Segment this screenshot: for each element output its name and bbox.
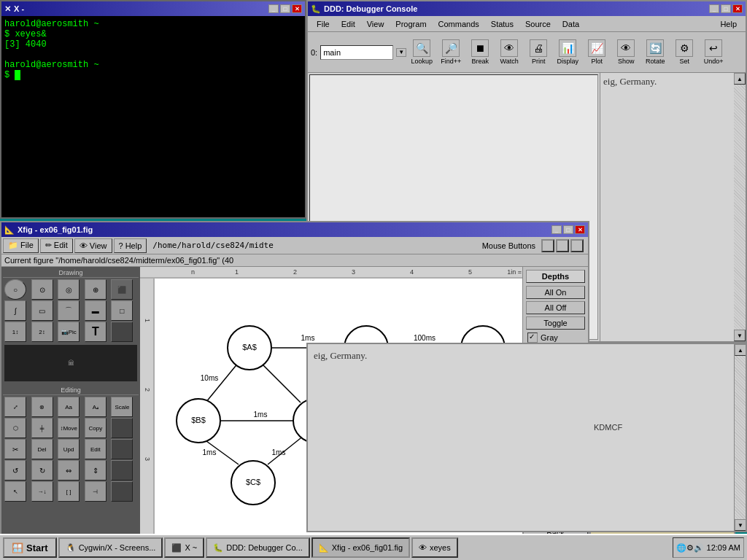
- ddd-menu-program[interactable]: Program: [390, 18, 432, 30]
- ddd-btn-lookup[interactable]: 🔍 Lookup: [408, 38, 436, 66]
- ddd-menu-help[interactable]: Help: [714, 18, 743, 30]
- terminal-window: ✕ X - _ □ ✕ harold@aerosmith ~ $ xeyes& …: [0, 0, 306, 219]
- ddd-btn-show[interactable]: 👁 Show: [612, 38, 640, 66]
- ddd-btn-print[interactable]: 🖨 Print: [525, 38, 552, 66]
- tool-rotate-cw[interactable]: ↻: [31, 460, 53, 481]
- tool-measure[interactable]: ⬛: [111, 279, 133, 300]
- ddd-close-btn[interactable]: ✕: [732, 4, 743, 13]
- tool-scale[interactable]: Scale: [111, 397, 133, 417]
- tool-ungroup[interactable]: ⊣: [85, 481, 107, 502]
- xfig-mouse-btn-3[interactable]: [570, 239, 584, 252]
- terminal-line-5: harold@aerosmith ~: [4, 60, 302, 70]
- tool-del-pt[interactable]: ⊗: [31, 397, 53, 417]
- ddd-btn-undo[interactable]: ↩ Undo+: [700, 38, 727, 66]
- ddd-menu-source[interactable]: Source: [519, 18, 557, 30]
- tool-box[interactable]: □: [111, 300, 133, 321]
- taskbar-ddd[interactable]: 🐛 DDD: Debugger Co...: [206, 537, 310, 558]
- taskbar-xfig[interactable]: 📐 Xfig - ex06_fig01.fig: [311, 537, 410, 558]
- tool-move[interactable]: ↕Move: [58, 418, 80, 438]
- lower-scroll-track[interactable]: [735, 356, 746, 519]
- depth-title[interactable]: Depths: [526, 270, 585, 283]
- terminal-minimize-btn[interactable]: _: [268, 4, 279, 13]
- tool-rect2[interactable]: ▬: [85, 300, 107, 321]
- xfig-mouse-btn-2[interactable]: [556, 239, 569, 252]
- all-off-btn[interactable]: All Off: [526, 301, 585, 314]
- tool-poly[interactable]: ⌒: [58, 300, 80, 321]
- xfig-menu-view[interactable]: 👁 View: [74, 238, 112, 253]
- xfig-close-btn[interactable]: ✕: [575, 225, 585, 234]
- tool-align[interactable]: ⬡: [4, 418, 26, 438]
- ddd-btn-display[interactable]: 📊 Display: [554, 38, 581, 66]
- tool-ellipse2[interactable]: ⊕: [85, 279, 107, 300]
- tool-flip-h[interactable]: ⇔: [58, 460, 80, 481]
- xfig-titlebar[interactable]: 📐 Xfig - ex06_fig01.fig _ □ ✕: [1, 222, 588, 237]
- tool-move-pt[interactable]: ⤢: [4, 397, 26, 417]
- terminal-titlebar[interactable]: ✕ X - _ □ ✕: [1, 1, 305, 16]
- ddd-btn-set[interactable]: ⚙ Set: [670, 38, 698, 66]
- ddd-lookup-input[interactable]: [320, 45, 393, 60]
- tool-edit[interactable]: Edit: [85, 439, 107, 459]
- tool-num2[interactable]: 2↕: [31, 322, 53, 342]
- ddd-titlebar[interactable]: 🐛 DDD: Debugger Console _ □ ✕: [308, 1, 746, 16]
- xfig-minimize-btn[interactable]: _: [551, 225, 562, 234]
- ddd-btn-display-label: Display: [557, 58, 578, 65]
- lower-scroll-up[interactable]: ▲: [735, 344, 746, 356]
- tool-circle2[interactable]: ⊙: [31, 279, 53, 300]
- ddd-btn-rotate[interactable]: 🔄 Rotate: [641, 38, 669, 66]
- taskbar-cygwin[interactable]: 🐧 Cygwin/X - Screens...: [58, 537, 163, 558]
- ddd-menu-data[interactable]: Data: [557, 18, 585, 30]
- tool-delete[interactable]: Del: [31, 439, 53, 459]
- tool-rect[interactable]: ▭: [31, 300, 53, 321]
- all-on-btn[interactable]: All On: [526, 286, 585, 299]
- tool-subscript[interactable]: A₄: [85, 397, 107, 417]
- tool-scissors[interactable]: ✂: [4, 439, 26, 459]
- ddd-btn-break[interactable]: ⏹ Break: [466, 38, 494, 66]
- ddd-menu-status[interactable]: Status: [485, 18, 519, 30]
- taskbar-terminal[interactable]: ⬛ X ~: [164, 537, 204, 558]
- tool-copy[interactable]: Copy: [85, 418, 107, 438]
- lower-scroll-down[interactable]: ▼: [735, 519, 746, 531]
- tool-rotate-ccw[interactable]: ↺: [4, 460, 26, 481]
- xfig-menu-help[interactable]: ? Help: [114, 238, 147, 253]
- ddd-menu-file[interactable]: File: [311, 18, 336, 30]
- ddd-lookup-dropdown[interactable]: ▼: [396, 48, 406, 57]
- terminal-close-btn[interactable]: ✕: [292, 4, 302, 13]
- tool-picture[interactable]: 📷Pic: [58, 322, 80, 342]
- xfig-menu-edit[interactable]: ✏ Edit: [40, 238, 73, 253]
- xfig-mouse-btn-1[interactable]: [541, 239, 554, 252]
- toggle-btn[interactable]: Toggle: [526, 316, 585, 330]
- ddd-menu-view[interactable]: View: [361, 18, 390, 30]
- terminal-content[interactable]: harold@aerosmith ~ $ xeyes& [3] 4040 har…: [1, 16, 305, 217]
- terminal-maximize-btn[interactable]: □: [280, 4, 290, 13]
- tool-align2[interactable]: ╪: [31, 418, 53, 438]
- ddd-btn-findpp[interactable]: 🔎 Find++: [437, 38, 465, 66]
- tool-update[interactable]: Upd: [58, 439, 80, 459]
- tool-bring-fwd[interactable]: ↖: [4, 481, 26, 502]
- ddd-btn-watch[interactable]: 👁 Watch: [495, 38, 523, 66]
- tool-group[interactable]: [ ]: [58, 481, 80, 502]
- tool-spline1[interactable]: ∫: [4, 300, 26, 321]
- ddd-scroll-up[interactable]: ▲: [734, 73, 746, 85]
- tool-send-back[interactable]: →↓: [31, 481, 53, 502]
- ddd-menu-edit[interactable]: Edit: [336, 18, 361, 30]
- start-button[interactable]: 🪟 Start: [3, 537, 57, 558]
- tool-text[interactable]: T: [85, 322, 107, 342]
- ddd-btn-plot[interactable]: 📈 Plot: [583, 38, 611, 66]
- tool-dummy: [111, 322, 133, 342]
- edge-label-B-C: 1ms: [203, 448, 217, 456]
- tool-text-edit[interactable]: Aa: [58, 397, 80, 417]
- tool-flip-v[interactable]: ⇕: [85, 460, 107, 481]
- taskbar-xeyes[interactable]: 👁 xeyes: [411, 537, 458, 558]
- ddd-menu-commands[interactable]: Commands: [433, 18, 485, 30]
- ddd-maximize-btn[interactable]: □: [721, 4, 731, 13]
- xfig-menu-file[interactable]: 📁 File: [3, 238, 39, 253]
- ddd-scroll-track[interactable]: [734, 85, 746, 330]
- tool-circle1[interactable]: ○: [4, 279, 26, 300]
- tool-num1[interactable]: 1↕: [4, 322, 26, 342]
- ddd-minimize-btn[interactable]: _: [709, 4, 719, 13]
- ddd-btn-findpp-label: Find++: [441, 58, 461, 65]
- gray-checkbox[interactable]: [527, 332, 538, 343]
- ddd-scroll-down[interactable]: ▼: [734, 330, 746, 341]
- tool-ellipse[interactable]: ◎: [58, 279, 80, 300]
- xfig-maximize-btn[interactable]: □: [563, 225, 573, 234]
